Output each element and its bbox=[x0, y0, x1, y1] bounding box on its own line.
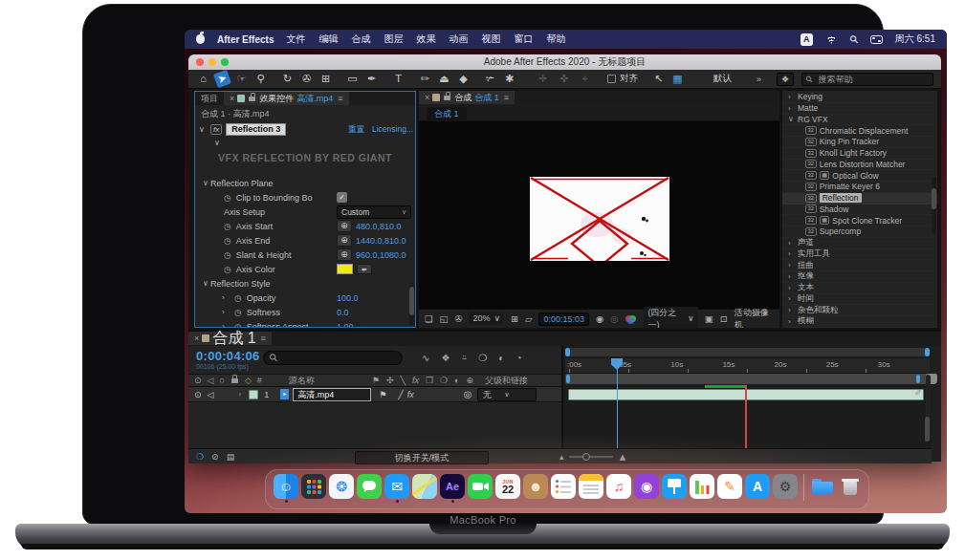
stopwatch-icon[interactable]: ◷ bbox=[234, 322, 242, 329]
solo-column-icon[interactable]: ○ bbox=[219, 376, 224, 385]
pan-behind-tool[interactable]: ⊞ bbox=[318, 72, 333, 86]
chevron-down-icon[interactable]: ∨ bbox=[199, 125, 207, 134]
shy-layers-icon[interactable]: ⍨ bbox=[461, 353, 467, 364]
dock-notes[interactable] bbox=[579, 474, 603, 499]
work-area-end-handle[interactable] bbox=[916, 375, 920, 383]
collapse-switch-icon[interactable]: ✣ bbox=[386, 376, 394, 385]
align-checkbox[interactable] bbox=[607, 75, 616, 83]
tab-composition[interactable]: × 合成 合成 1 ≡ bbox=[419, 91, 515, 104]
shy-switch-icon[interactable]: ⚑ bbox=[372, 376, 380, 385]
input-source-icon[interactable]: A bbox=[801, 33, 813, 46]
effects-list-item[interactable]: 32 Reflection bbox=[782, 193, 937, 205]
layer-audio-icon[interactable]: ◁ bbox=[208, 390, 214, 399]
stopwatch-icon[interactable]: ◷ bbox=[224, 236, 231, 246]
dock-settings[interactable]: ⚙ bbox=[773, 474, 798, 499]
eraser-tool[interactable]: ◆ bbox=[456, 72, 471, 86]
show-channels-icon[interactable] bbox=[625, 314, 638, 324]
stopwatch-icon[interactable]: ◷ bbox=[234, 293, 242, 303]
effects-list-item[interactable]: › 实用工具 bbox=[782, 249, 937, 261]
video-column-icon[interactable]: ⊙ bbox=[194, 376, 202, 385]
control-center-icon[interactable] bbox=[870, 35, 883, 44]
expander-icon[interactable]: › bbox=[788, 93, 795, 101]
navigator-start-handle[interactable] bbox=[565, 348, 570, 356]
effects-list-item[interactable]: › 模糊 bbox=[782, 316, 937, 328]
menu-item[interactable]: 效果 bbox=[416, 32, 435, 46]
clip-checkbox[interactable]: ✓ bbox=[337, 192, 347, 203]
expander-icon[interactable]: › bbox=[788, 284, 795, 292]
effect-name[interactable]: Reflection 3 bbox=[226, 123, 286, 136]
hand-tool[interactable]: ☞ bbox=[234, 72, 249, 86]
expander-icon[interactable]: › bbox=[788, 249, 795, 258]
effects-list-item[interactable]: 32 Chromatic Displacement bbox=[782, 125, 937, 137]
magnification-dropdown[interactable]: 20%∨ bbox=[469, 312, 504, 325]
work-area-start-handle[interactable] bbox=[566, 375, 570, 383]
camera-tool[interactable]: ✇ bbox=[299, 72, 314, 86]
help-search-input[interactable] bbox=[817, 74, 922, 85]
layer-visibility-icon[interactable]: ⊙ bbox=[194, 390, 202, 399]
effects-panel-scrollbar[interactable] bbox=[932, 177, 936, 234]
show-snapshot-icon[interactable]: ◎ bbox=[610, 313, 618, 324]
effects-list-item[interactable]: › Matte bbox=[782, 103, 937, 115]
work-area-bar[interactable] bbox=[565, 374, 930, 384]
panel-menu-icon[interactable]: ≡ bbox=[504, 93, 509, 102]
stopwatch-icon[interactable]: ◷ bbox=[224, 250, 231, 260]
eyedropper-icon[interactable]: ✒ bbox=[357, 264, 372, 274]
stopwatch-icon[interactable]: ◷ bbox=[234, 308, 242, 317]
effects-list-item[interactable]: 32 Supercomp bbox=[782, 226, 937, 238]
menu-item[interactable]: 帮助 bbox=[546, 32, 565, 46]
frame-blend-switch-icon[interactable]: ❍ bbox=[440, 376, 448, 385]
rectangle-tool[interactable]: ▭ bbox=[345, 72, 360, 86]
orbit-camera-tool[interactable]: ↻ bbox=[280, 72, 295, 86]
panel-menu-icon[interactable]: ≡ bbox=[338, 94, 342, 103]
zoom-out-mountain-icon[interactable]: ▴ bbox=[559, 452, 564, 462]
close-icon[interactable]: × bbox=[230, 94, 234, 103]
zoom-tool[interactable]: ⚲ bbox=[253, 72, 268, 86]
menu-item[interactable]: 窗口 bbox=[514, 32, 533, 46]
type-tool[interactable]: T bbox=[391, 72, 406, 86]
layer-fx-icon[interactable]: fx bbox=[407, 390, 414, 399]
workspace-overflow-icon[interactable]: » bbox=[757, 75, 761, 84]
home-tool[interactable]: ⌂ bbox=[196, 72, 210, 86]
fx-switch-icon[interactable]: fx bbox=[412, 376, 419, 385]
expander-icon[interactable]: › bbox=[788, 261, 795, 269]
stopwatch-icon[interactable]: ◷ bbox=[224, 265, 231, 274]
chevron-right-icon[interactable]: › bbox=[222, 293, 230, 302]
param-value[interactable]: 960.0,1080.0 bbox=[356, 250, 406, 260]
menu-item[interactable]: 编辑 bbox=[318, 32, 338, 46]
stopwatch-icon[interactable]: ◷ bbox=[224, 222, 231, 231]
dock-pages[interactable]: ✎ bbox=[717, 474, 742, 499]
motion-blur-toggle-icon[interactable]: ⊘ bbox=[211, 452, 219, 462]
effects-list-item[interactable]: 32 Shadow bbox=[782, 205, 937, 216]
dock-trash[interactable] bbox=[838, 474, 863, 499]
zoom-slider-knob[interactable] bbox=[582, 453, 590, 461]
graph-editor-icon[interactable]: ◔ bbox=[515, 353, 521, 364]
composition-viewer[interactable] bbox=[419, 121, 779, 309]
expander-icon[interactable]: › bbox=[788, 306, 795, 314]
chevron-down-icon[interactable]: ∨ bbox=[203, 179, 210, 187]
stopwatch-icon[interactable]: ◷ bbox=[224, 193, 231, 203]
expander-icon[interactable]: › bbox=[788, 239, 795, 248]
dock-finder[interactable]: ☺ bbox=[274, 474, 298, 499]
param-value[interactable]: 1.00 bbox=[337, 322, 354, 329]
effects-list-item[interactable]: 32 Primatte Keyer 6 bbox=[782, 182, 937, 193]
effects-list-item[interactable]: › 声道 bbox=[782, 238, 937, 249]
menu-item[interactable]: 动画 bbox=[449, 32, 468, 46]
timeline-search[interactable]: ⚲ bbox=[263, 351, 403, 365]
panel-menu-icon[interactable]: ≡ bbox=[261, 334, 266, 343]
effects-list-item[interactable]: 32 Knoll Light Factory bbox=[782, 148, 937, 160]
snapshot-layers-icon[interactable]: ❏ bbox=[425, 313, 433, 324]
roto-brush-tool[interactable]: ✃ bbox=[483, 72, 497, 86]
dock-messages[interactable] bbox=[357, 474, 382, 499]
parent-link-column[interactable]: 父级和链接 bbox=[485, 375, 528, 387]
dock-contacts[interactable]: ☻ bbox=[523, 474, 548, 499]
dock-divider[interactable] bbox=[803, 474, 804, 501]
expander-icon[interactable]: › bbox=[788, 294, 795, 303]
effects-list-item[interactable]: › 杂色和颗粒 bbox=[782, 305, 937, 316]
playhead-line[interactable] bbox=[617, 367, 619, 448]
source-name-column[interactable]: 源名称 bbox=[289, 375, 315, 387]
menu-item[interactable]: 图层 bbox=[384, 32, 403, 46]
tab-project[interactable]: 项目 bbox=[195, 92, 224, 105]
effect-switch-icon[interactable]: ❐ bbox=[426, 376, 433, 385]
tab-effect-controls[interactable]: × 效果控件 高清.mp4 ≡ bbox=[224, 92, 349, 105]
selection-tool[interactable]: ➤ bbox=[213, 70, 231, 88]
